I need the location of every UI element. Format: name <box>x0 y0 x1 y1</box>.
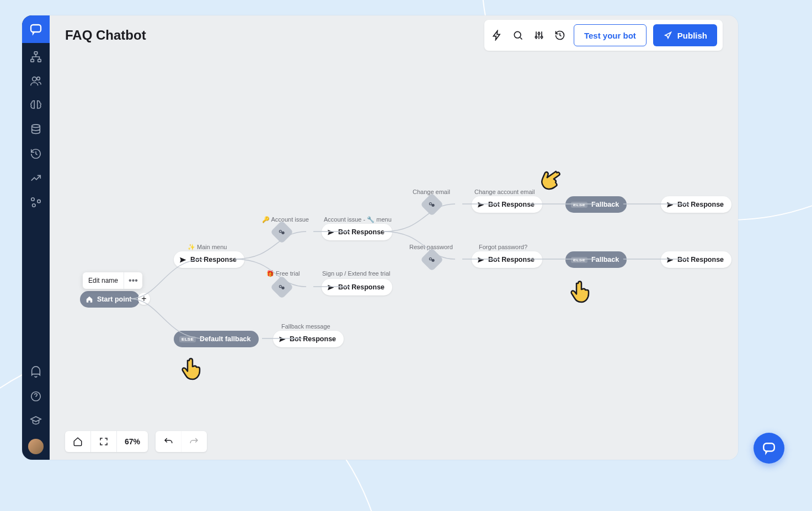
more-options-button[interactable]: ••• <box>124 276 142 286</box>
condition-node[interactable] <box>420 193 444 216</box>
lightning-icon[interactable] <box>490 28 504 42</box>
svg-rect-3 <box>38 60 41 62</box>
help-icon[interactable] <box>30 390 42 405</box>
test-bot-button[interactable]: Test your bot <box>574 24 647 46</box>
svg-point-11 <box>514 31 521 38</box>
clock-icon[interactable] <box>553 28 567 42</box>
node-context-menu: Edit name ••• <box>83 272 142 289</box>
home-view-button[interactable] <box>65 431 90 452</box>
bot-response-node[interactable]: Bot Response <box>472 251 542 268</box>
svg-rect-0 <box>31 25 41 32</box>
redo-button[interactable] <box>181 431 207 452</box>
svg-point-15 <box>281 287 284 289</box>
add-node-button[interactable]: + <box>138 293 150 305</box>
app-logo[interactable] <box>22 15 50 43</box>
svg-rect-1 <box>34 52 38 55</box>
svg-point-9 <box>33 204 36 207</box>
cursor-decoration <box>179 357 204 384</box>
svg-point-13 <box>281 232 284 234</box>
svg-point-17 <box>431 204 434 207</box>
svg-point-19 <box>431 259 434 262</box>
condition-node[interactable] <box>420 248 444 271</box>
svg-rect-2 <box>31 60 34 62</box>
zoom-level[interactable]: 67% <box>116 431 148 452</box>
svg-rect-20 <box>763 443 774 451</box>
users-icon[interactable] <box>30 75 42 89</box>
svg-point-6 <box>32 125 40 128</box>
fallback-node[interactable]: ELSE Fallback <box>565 251 627 268</box>
svg-point-14 <box>279 286 281 288</box>
svg-point-16 <box>429 203 431 205</box>
svg-point-8 <box>38 200 41 203</box>
bot-response-node[interactable]: Bot Response <box>273 331 344 347</box>
bot-response-node[interactable]: Bot Response <box>472 196 542 213</box>
node-label: Forgot password? <box>479 244 527 250</box>
node-label: Sign up / Extend free trial <box>322 270 391 277</box>
default-fallback-node[interactable]: ELSE Default fallback <box>174 331 259 347</box>
start-node[interactable]: Start point <box>80 291 140 308</box>
node-label: Fallback message <box>281 323 330 330</box>
canvas-toolbar: 67% <box>65 431 207 452</box>
svg-point-5 <box>37 77 40 80</box>
analytics-icon[interactable] <box>30 172 42 186</box>
user-avatar[interactable] <box>28 439 44 454</box>
fullscreen-button[interactable] <box>90 431 116 452</box>
search-icon[interactable] <box>511 28 525 42</box>
node-label: 🎁 Free trial <box>266 270 300 277</box>
integrations-icon[interactable] <box>30 196 42 211</box>
sidebar <box>22 15 50 460</box>
condition-node[interactable] <box>270 220 293 244</box>
flow-icon[interactable] <box>30 51 42 65</box>
bot-response-node[interactable]: Bot Response <box>661 251 731 268</box>
svg-point-7 <box>31 198 35 201</box>
edit-name-button[interactable]: Edit name <box>83 272 124 289</box>
app-window: FAQ Chatbot Test your bot Publish <box>22 15 738 460</box>
bot-response-node[interactable]: Bot Response <box>322 279 392 295</box>
cursor-decoration <box>532 163 568 198</box>
notifications-icon[interactable] <box>30 366 42 380</box>
publish-button[interactable]: Publish <box>653 24 717 46</box>
bot-response-node[interactable]: Bot Response <box>174 251 244 268</box>
brain-icon[interactable] <box>30 99 42 114</box>
canvas[interactable]: FAQ Chatbot Test your bot Publish <box>50 15 738 460</box>
header: FAQ Chatbot Test your bot Publish <box>50 15 738 55</box>
database-icon[interactable] <box>30 123 42 138</box>
condition-node[interactable] <box>270 276 293 299</box>
fallback-node[interactable]: ELSE Fallback <box>565 196 627 213</box>
node-label: Account issue - 🔧 menu <box>324 216 392 223</box>
history-icon[interactable] <box>30 148 42 162</box>
svg-point-18 <box>429 258 431 260</box>
node-label: ✨ Main menu <box>188 244 227 251</box>
node-label: 🔑 Account issue <box>262 216 309 223</box>
svg-point-4 <box>33 77 36 81</box>
bot-response-node[interactable]: Bot Response <box>322 224 392 240</box>
settings-icon[interactable] <box>532 28 546 42</box>
undo-button[interactable] <box>156 431 181 452</box>
chat-widget-button[interactable] <box>754 433 784 464</box>
education-icon[interactable] <box>30 415 42 429</box>
page-title: FAQ Chatbot <box>65 28 146 43</box>
node-label: Change account email <box>474 189 535 195</box>
bot-response-node[interactable]: Bot Response <box>661 196 731 213</box>
cursor-decoration <box>568 280 592 306</box>
